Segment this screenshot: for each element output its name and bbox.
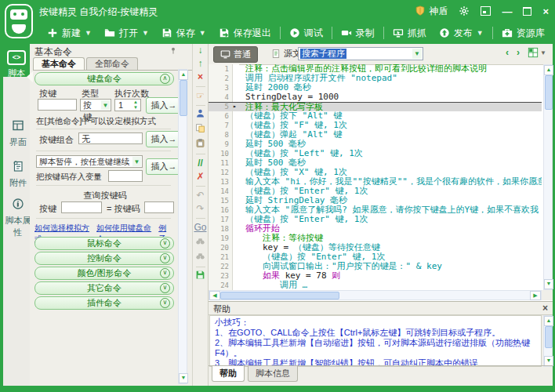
- code-line[interactable]: 8（键盘）弹起 "Alt" 键: [209, 130, 542, 140]
- expand-chevron-icon[interactable]: ∨: [160, 253, 170, 263]
- tab-basic-commands[interactable]: 基本命令: [33, 57, 85, 70]
- open-button[interactable]: 打开▼: [98, 24, 155, 42]
- maximize-button[interactable]: [523, 7, 531, 16]
- user-icon[interactable]: [193, 108, 208, 122]
- save-exit-button[interactable]: 保存退出: [212, 24, 278, 42]
- find-next-icon[interactable]: [193, 251, 208, 264]
- code-line[interactable]: 14（键盘）按 "Enter" 键, 1次: [209, 187, 542, 196]
- code-line[interactable]: 9延时 500 毫秒: [209, 140, 542, 149]
- shield-badge[interactable]: 神盾: [415, 5, 448, 18]
- redo-icon[interactable]: ↷: [193, 202, 208, 216]
- scroll-down-icon[interactable]: ▼: [179, 373, 188, 383]
- query-key-input[interactable]: [61, 201, 102, 213]
- sidebar-item-script-properties[interactable]: 脚本属性: [3, 198, 33, 238]
- save-script-icon[interactable]: [193, 270, 208, 283]
- scrollbar-thumb[interactable]: [545, 75, 553, 110]
- code-line[interactable]: 21（键盘）按 "Enter" 键, 1次: [209, 252, 542, 262]
- code-line[interactable]: 10（键盘）按 "Left" 键, 1次: [209, 149, 542, 158]
- key-combo-input[interactable]: 无: [78, 132, 143, 144]
- copy-icon[interactable]: [193, 123, 208, 136]
- layout-grid-button[interactable]: ▼: [528, 47, 546, 58]
- scroll-right-icon[interactable]: ▶: [530, 291, 541, 300]
- chevron-down-icon[interactable]: ▼: [101, 100, 110, 110]
- code-line[interactable]: 19注释：等待按键: [209, 234, 542, 243]
- pause-mode-select[interactable]: 脚本暂停，按任意键继续▼: [36, 155, 143, 168]
- code-line[interactable]: 17（键盘）按 "Enter" 键, 1次: [209, 215, 542, 224]
- group-pill-4[interactable]: 插件命令∨: [34, 296, 174, 310]
- close-button[interactable]: ×: [542, 6, 549, 16]
- scroll-down-icon[interactable]: ▼: [544, 279, 553, 289]
- publish-button[interactable]: 发布▼: [433, 24, 490, 42]
- settings-gear-icon[interactable]: [459, 5, 470, 16]
- scroll-up-icon[interactable]: ▲: [544, 316, 553, 326]
- stepper-arrows-icon[interactable]: ▲▼: [132, 100, 140, 111]
- code-line[interactable]: 11延时 500 毫秒: [209, 158, 542, 168]
- group-pill-2[interactable]: 颜色/图形命令∨: [34, 267, 174, 280]
- code-line[interactable]: 16输入文本 "愿意了解我吗? 如果愿意，请你按下键盘上的Y键，如果不喜欢我，那…: [209, 205, 542, 215]
- code-line[interactable]: 6（键盘）按下 "Alt" 键: [209, 111, 542, 121]
- scrollbar-thumb[interactable]: [220, 292, 339, 299]
- query-code-input[interactable]: [144, 201, 174, 213]
- scroll-up-icon[interactable]: ▲: [544, 65, 553, 75]
- uncomment-icon[interactable]: ✗: [193, 170, 208, 183]
- move-down-icon[interactable]: ↓: [193, 44, 208, 57]
- code-line[interactable]: 15延时 StringDelay 毫秒: [209, 196, 542, 205]
- code-line[interactable]: 20key = （键盘）等待按任意键: [209, 243, 542, 252]
- tab-script-info[interactable]: 脚本信息: [248, 366, 298, 382]
- code-line[interactable]: 2调用 启动程序或打开文件 "notepad": [209, 74, 542, 83]
- type-select[interactable]: 按键▼: [80, 99, 111, 111]
- editor-vscrollbar[interactable]: ▲ ▼: [543, 64, 553, 290]
- code-line[interactable]: 3延时 2000 毫秒: [209, 83, 542, 93]
- point-hand-icon[interactable]: ☞: [193, 89, 208, 103]
- debug-button[interactable]: 调试: [283, 24, 329, 42]
- editor-hscrollbar[interactable]: ◀ ▶: [209, 290, 542, 300]
- goto-icon[interactable]: Go: [193, 221, 208, 234]
- insert-combo-button[interactable]: 插入→: [146, 131, 182, 147]
- nav-back-icon[interactable]: ‹: [506, 47, 509, 58]
- collapse-chevron-icon[interactable]: ∧: [160, 74, 170, 84]
- tab-all-commands[interactable]: 全部命令: [86, 57, 138, 70]
- code-line[interactable]: 4StringDelay = 1000: [209, 93, 542, 102]
- sidebar-item-ui[interactable]: 界面: [3, 119, 33, 148]
- code-line[interactable]: 13输入文本 "hi，你好，我是""按键精灵""，我是个很有趣的软件，如果你愿意…: [209, 177, 542, 187]
- record-button[interactable]: 录制: [335, 24, 381, 42]
- scrollbar-thumb[interactable]: [545, 326, 553, 348]
- key-input[interactable]: [38, 99, 77, 111]
- search-subroutine-select[interactable]: 搜索子程序 ▼: [298, 47, 423, 60]
- chevron-down-icon[interactable]: ▼: [412, 49, 422, 59]
- code-line[interactable]: 24调用 …: [209, 281, 542, 290]
- scrollbar-thumb[interactable]: [180, 80, 187, 116]
- chevron-down-icon[interactable]: ▼: [132, 157, 141, 166]
- code-line[interactable]: 23如果 key = 78 则: [209, 271, 542, 281]
- insert-key-button[interactable]: 插入→: [146, 97, 182, 114]
- code-line[interactable]: 7（键盘）按 "F" 键, 1次: [209, 121, 542, 130]
- delete-line-icon[interactable]: ×: [193, 71, 208, 84]
- expand-chevron-icon[interactable]: ∨: [160, 298, 170, 308]
- find-icon[interactable]: [193, 236, 208, 249]
- group-pill-3[interactable]: 其它命令∨: [34, 281, 174, 295]
- code-line[interactable]: 1注释：点击编辑界面的注释按钮，即可看到比较详细的脚本说明: [209, 64, 542, 74]
- group-pill-1[interactable]: 控制命令∨: [34, 252, 174, 265]
- group-pill-0[interactable]: 鼠标命令∨: [34, 237, 174, 250]
- code-line[interactable]: 5注释：最大化写字板: [209, 102, 542, 111]
- expand-chevron-icon[interactable]: ∨: [160, 268, 170, 278]
- move-up-icon[interactable]: ↑: [193, 57, 208, 71]
- paste-icon[interactable]: [193, 138, 208, 151]
- panel-scrollbar[interactable]: ▲ ▼: [178, 69, 187, 384]
- store-keycode-input[interactable]: [108, 170, 143, 182]
- nav-forward-icon[interactable]: ›: [517, 47, 520, 58]
- save-button[interactable]: 保存▼: [155, 24, 212, 42]
- library-button[interactable]: 资源库: [495, 24, 551, 42]
- new-button[interactable]: 新建▼: [41, 24, 98, 42]
- undo-icon[interactable]: ↶: [193, 189, 208, 202]
- capture-button[interactable]: 抓抓: [386, 24, 433, 42]
- minimize-button[interactable]: —: [502, 6, 512, 16]
- scroll-left-icon[interactable]: ◀: [209, 291, 220, 300]
- help-scrollbar[interactable]: ▲ ▼: [543, 315, 553, 367]
- comment-icon[interactable]: //: [193, 157, 208, 170]
- code-line[interactable]: 12（键盘）按 "X" 键, 1次: [209, 168, 542, 177]
- boxed-window-icon[interactable]: [481, 6, 491, 16]
- pin-icon[interactable]: [169, 45, 178, 56]
- sidebar-item-attachment[interactable]: 附件: [3, 160, 33, 189]
- count-stepper[interactable]: 1▲▼: [114, 99, 141, 111]
